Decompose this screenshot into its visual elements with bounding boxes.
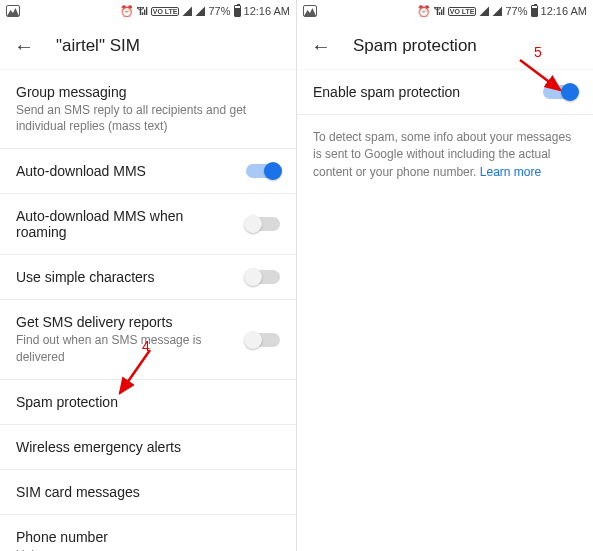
battery-percent: 77% [208, 5, 230, 17]
status-bar: 📶︎ VO LTE 77% 12:16 AM [0, 0, 296, 22]
toggle-enable-spam-protection[interactable] [543, 85, 577, 99]
screen-sim-settings: 📶︎ VO LTE 77% 12:16 AM ← "airtel" SIM Gr… [0, 0, 297, 551]
row-title: Use simple characters [16, 269, 155, 285]
learn-more-link[interactable]: Learn more [480, 165, 541, 179]
volte-icon: VO LTE [448, 7, 477, 16]
row-title: Enable spam protection [313, 84, 460, 100]
notification-image-icon [303, 5, 317, 17]
signal-icon-2 [492, 6, 502, 16]
spam-info-text: To detect spam, some info about your mes… [297, 115, 593, 195]
back-arrow-icon[interactable]: ← [14, 36, 34, 56]
row-title: SIM card messages [16, 484, 140, 500]
row-subtitle: Find out when an SMS message is delivere… [16, 332, 236, 364]
signal-icon-2 [195, 6, 205, 16]
toggle-auto-download-mms-roaming[interactable] [246, 217, 280, 231]
toggle-simple-characters[interactable] [246, 270, 280, 284]
header: ← "airtel" SIM [0, 22, 296, 70]
toggle-delivery-reports[interactable] [246, 333, 280, 347]
row-wireless-emergency-alerts[interactable]: Wireless emergency alerts [0, 425, 296, 470]
status-bar: 📶︎ VO LTE 77% 12:16 AM [297, 0, 593, 22]
alarm-icon [120, 5, 134, 18]
row-title: Auto-download MMS [16, 163, 146, 179]
row-subtitle: Send an SMS reply to all recipients and … [16, 102, 280, 134]
row-sim-card-messages[interactable]: SIM card messages [0, 470, 296, 515]
page-title: Spam protection [353, 36, 477, 56]
clock-time: 12:16 AM [244, 5, 290, 17]
row-enable-spam-protection[interactable]: Enable spam protection [297, 70, 593, 115]
row-auto-download-mms[interactable]: Auto-download MMS [0, 149, 296, 194]
wifi-icon: 📶︎ [137, 5, 148, 17]
header: ← Spam protection [297, 22, 593, 70]
row-simple-characters[interactable]: Use simple characters [0, 255, 296, 300]
row-group-messaging[interactable]: Group messaging Send an SMS reply to all… [0, 70, 296, 149]
row-title: Spam protection [16, 394, 118, 410]
back-arrow-icon[interactable]: ← [311, 36, 331, 56]
screen-spam-protection: 📶︎ VO LTE 77% 12:16 AM ← Spam protection… [297, 0, 593, 551]
toggle-auto-download-mms[interactable] [246, 164, 280, 178]
row-auto-download-mms-roaming[interactable]: Auto-download MMS when roaming [0, 194, 296, 255]
battery-icon [531, 5, 538, 17]
annotation-label-5: 5 [534, 44, 542, 60]
clock-time: 12:16 AM [541, 5, 587, 17]
row-spam-protection[interactable]: Spam protection [0, 380, 296, 425]
battery-icon [234, 5, 241, 17]
row-phone-number[interactable]: Phone number Unknown [0, 515, 296, 551]
page-title: "airtel" SIM [56, 36, 140, 56]
row-subtitle: Unknown [16, 547, 108, 551]
volte-icon: VO LTE [151, 7, 180, 16]
row-title: Wireless emergency alerts [16, 439, 181, 455]
signal-icon-1 [182, 6, 192, 16]
row-title: Phone number [16, 529, 108, 545]
signal-icon-1 [479, 6, 489, 16]
alarm-icon [417, 5, 431, 18]
annotation-label-4: 4 [142, 338, 150, 354]
settings-list: Group messaging Send an SMS reply to all… [0, 70, 296, 551]
row-title: Group messaging [16, 84, 280, 100]
notification-image-icon [6, 5, 20, 17]
battery-percent: 77% [505, 5, 527, 17]
wifi-icon: 📶︎ [434, 5, 445, 17]
row-title: Auto-download MMS when roaming [16, 208, 236, 240]
row-title: Get SMS delivery reports [16, 314, 236, 330]
